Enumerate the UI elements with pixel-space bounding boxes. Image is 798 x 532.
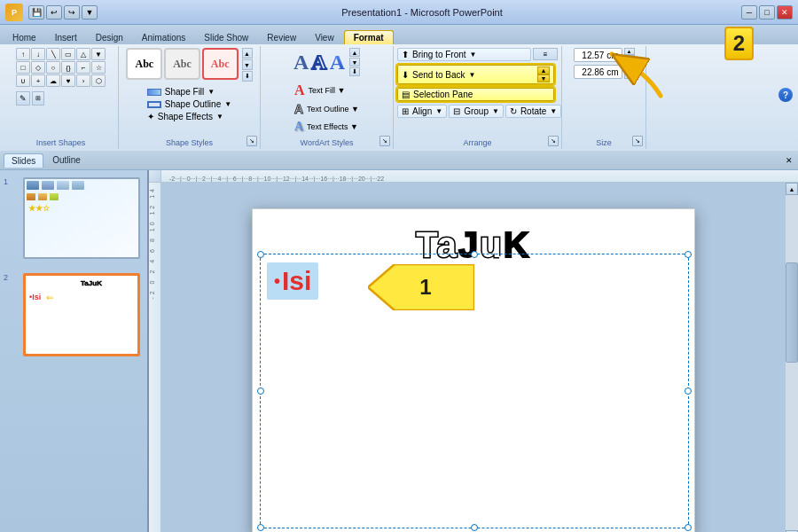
handle-tl[interactable] [257,251,264,258]
shape-rect[interactable]: ▭ [61,48,75,60]
slide-thumb-2[interactable]: TaJuK •Isi ⇐ [23,273,140,356]
shape-fill-btn[interactable]: Shape Fill ▼ [144,86,235,98]
handle-bm[interactable] [471,524,478,531]
shape-triangle[interactable]: △ [76,48,90,60]
tab-home[interactable]: Home [4,31,45,44]
slide-thumb-1[interactable]: ★★☆ [23,177,140,259]
shape-star[interactable]: ☆ [91,61,106,74]
shape-line[interactable]: ╲ [46,48,60,60]
handle-bl[interactable] [257,524,264,531]
save-btn[interactable]: 💾 [28,5,44,20]
send-to-back-btn[interactable]: ⬇ Send to Back ▼ ▲ ▼ [397,65,554,84]
tajuk-element[interactable]: TaJuK [416,225,530,265]
group-wordart-styles: A A A ▲ ▼ ⬇ A Text Fill ▼ A Text Outline… [261,46,394,149]
scroll-thumb[interactable] [786,262,798,363]
shape-cross[interactable]: + [31,74,45,87]
pos-dn-btn[interactable]: ▼ [537,74,550,82]
shape-diamond[interactable]: ◇ [31,61,45,74]
styles-down-btn[interactable]: ▼ [242,59,253,70]
close-btn[interactable]: ✕ [777,5,793,20]
shape-chevron[interactable]: › [76,74,90,87]
arrange-row1: ⬆ Bring to Front ▼ ≡ [397,48,558,61]
group-btn[interactable]: ⊟ Group▼ [449,105,504,118]
wordart-expand[interactable]: ↘ [379,136,390,146]
handle-mr[interactable] [685,387,692,395]
shape-fill-chevron[interactable]: ▼ [207,88,215,96]
sel-pane-icon: ▤ [402,90,410,99]
isi-textbox[interactable]: • Isi [267,262,318,300]
tab-slideshow[interactable]: Slide Show [195,31,257,44]
content-tabs: Slides Outline ✕ [0,151,798,170]
panel-close-btn[interactable]: ✕ [784,154,794,167]
shape-styles-expand[interactable]: ↘ [246,136,257,146]
undo-btn[interactable]: ↩ [46,5,62,20]
bring-front-chevron[interactable]: ▼ [470,51,477,59]
shape-l[interactable]: ⌐ [76,61,90,74]
yellow-arrow-shape[interactable]: 1 [368,264,474,312]
wordart-a2[interactable]: A [311,51,326,74]
window-controls: ─ □ ✕ [741,5,793,20]
shape-effects-chevron[interactable]: ▼ [216,113,223,121]
tab-design[interactable]: Design [87,31,132,44]
text-effects-btn[interactable]: A Text Effects ▼ [291,119,363,135]
restore-btn[interactable]: □ [759,5,775,20]
tab-slides[interactable]: Slides [4,153,43,168]
position-btn[interactable]: ≡ [533,48,558,60]
send-back-chevron[interactable]: ▼ [468,71,475,79]
tab-format[interactable]: Format [344,30,394,44]
shape-arrow-down[interactable]: ↓ [31,48,45,60]
shape-extra[interactable]: ⬡ [91,74,106,87]
align-btn[interactable]: ⊞ Align▼ [397,105,447,118]
shape-outline-chevron[interactable]: ▼ [224,100,231,108]
pos-up-btn[interactable]: ▲ [537,66,550,74]
handle-ml[interactable] [257,387,264,395]
shape-cloud[interactable]: ☁ [46,74,60,87]
tab-view[interactable]: View [306,31,343,44]
customize-btn[interactable]: ▼ [82,5,98,20]
wa-more[interactable]: ⬇ [349,67,360,76]
bring-to-front-btn[interactable]: ⬆ Bring to Front ▼ [397,48,531,61]
style-btn-1[interactable]: Abc [126,48,162,80]
minimize-btn[interactable]: ─ [741,5,757,20]
style-btn-3[interactable]: Abc [202,48,239,80]
scrollbar-vertical[interactable]: ▲ ▼ ▲ ▼ [786,183,798,532]
shape-arrow-up[interactable]: ↑ [16,48,30,60]
wordart-a1[interactable]: A [293,51,309,74]
wa-up[interactable]: ▲ [349,48,360,57]
tab-review[interactable]: Review [258,31,305,44]
text-fill-btn[interactable]: A Text Fill ▼ [291,82,363,99]
shape-circle[interactable]: ○ [46,61,60,74]
help-icon[interactable]: ? [778,88,793,102]
styles-more-btn[interactable]: ⬇ [242,71,253,82]
redo-btn[interactable]: ↪ [64,5,80,20]
size-expand[interactable]: ↘ [632,136,643,146]
thumb-2-arrow: ⇐ [46,293,53,302]
align-icon: ⊞ [402,106,409,116]
wordart-a3[interactable]: A [330,51,345,74]
canvas-wrapper: -2···|···0···|···2···|···4···|···6···|··… [149,170,798,532]
shape-bracket[interactable]: {} [61,61,75,74]
shape-effects-btn[interactable]: ✦ Shape Effects ▼ [144,111,235,122]
tab-insert[interactable]: Insert [46,31,86,44]
tab-animations[interactable]: Animations [133,31,194,44]
selection-pane-btn[interactable]: ▤ Selection Pane [397,88,554,101]
handle-tr[interactable] [685,251,692,258]
shape-outline-btn[interactable]: Shape Outline ▼ [144,98,235,110]
arrange-expand[interactable]: ↘ [548,136,559,146]
scroll-up-btn[interactable]: ▲ [786,183,798,195]
rotate-btn[interactable]: ↻ Rotate▼ [505,105,561,118]
edit-shape-btn[interactable]: ✎ [16,91,30,106]
wa-dn[interactable]: ▼ [349,58,360,66]
shape-more[interactable]: ▼ [91,48,106,60]
tab-outline[interactable]: Outline [45,153,88,167]
shape-heart[interactable]: ♥ [61,74,75,87]
shape-square[interactable]: □ [16,61,30,74]
style-btn-2[interactable]: Abc [164,48,200,80]
styles-up-btn[interactable]: ▲ [242,48,253,59]
text-outline-btn[interactable]: A Text Outline ▼ [291,101,363,117]
shape-curve[interactable]: ∪ [16,74,30,87]
selection-box[interactable] [260,254,689,528]
shape-style-options: Shape Fill ▼ Shape Outline ▼ ✦ Shape Eff… [144,86,235,122]
merge-shapes-btn[interactable]: ⊞ [32,91,44,106]
handle-br[interactable] [685,524,692,531]
